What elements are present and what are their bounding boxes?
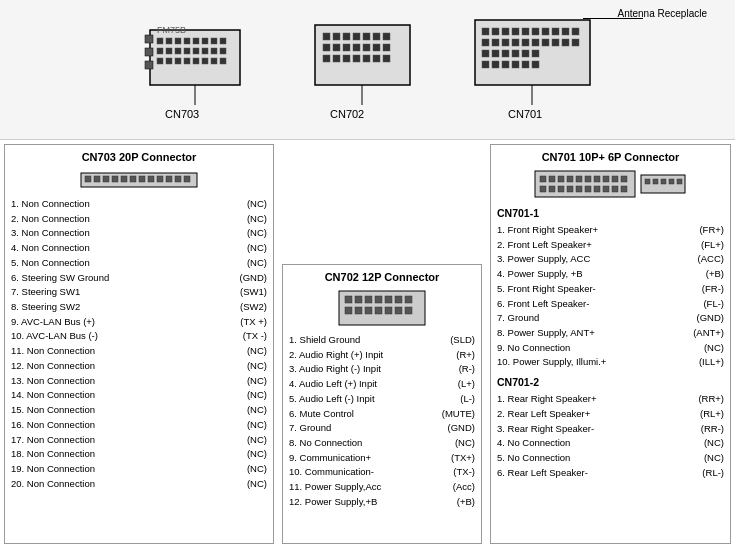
- svg-rect-96: [130, 176, 136, 182]
- svg-rect-24: [193, 58, 199, 64]
- svg-rect-41: [353, 44, 360, 51]
- svg-rect-69: [512, 39, 519, 46]
- svg-rect-60: [522, 28, 529, 35]
- svg-rect-46: [333, 55, 340, 62]
- list-item: 1. Shield Ground(SLD): [289, 333, 475, 348]
- svg-rect-32: [333, 33, 340, 40]
- svg-rect-43: [373, 44, 380, 51]
- list-item: 4. Non Connection(NC): [11, 241, 267, 256]
- svg-rect-111: [345, 307, 352, 314]
- list-item: 12. Power Supply,+B(+B): [289, 495, 475, 510]
- svg-rect-114: [375, 307, 382, 314]
- svg-rect-102: [184, 176, 190, 182]
- top-diagram: Antenna Receplacle: [0, 0, 735, 140]
- svg-rect-115: [385, 307, 392, 314]
- cn703-connector-icon: [11, 169, 267, 191]
- list-item: 15. Non Connection(NC): [11, 403, 267, 418]
- svg-rect-8: [193, 38, 199, 44]
- svg-rect-141: [653, 179, 658, 184]
- svg-rect-95: [121, 176, 127, 182]
- svg-text:FM75B: FM75B: [157, 25, 186, 35]
- cn702-connector-icon: [289, 289, 475, 327]
- svg-rect-23: [184, 58, 190, 64]
- svg-rect-119: [540, 176, 546, 182]
- svg-rect-125: [594, 176, 600, 182]
- svg-rect-127: [612, 176, 618, 182]
- list-item: 3. Non Connection(NC): [11, 226, 267, 241]
- list-item: 11. Non Connection(NC): [11, 344, 267, 359]
- svg-rect-1: [145, 35, 153, 43]
- cn703-icon-svg: [79, 169, 199, 191]
- list-item: 9. AVC-LAN Bus (+)(TX +): [11, 315, 267, 330]
- list-item: 8. Power Supply, ANT+(ANT+): [497, 326, 724, 341]
- list-item: 3. Audio Right (-) Inpit(R-): [289, 362, 475, 377]
- svg-rect-27: [220, 58, 226, 64]
- svg-rect-78: [502, 50, 509, 57]
- svg-rect-3: [145, 61, 153, 69]
- right-panel-title: CN701 10P+ 6P Connector: [497, 151, 724, 163]
- svg-rect-98: [148, 176, 154, 182]
- svg-rect-40: [343, 44, 350, 51]
- list-item: 2. Front Left Speaker+(FL+): [497, 238, 724, 253]
- svg-rect-31: [323, 33, 330, 40]
- svg-rect-42: [363, 44, 370, 51]
- svg-rect-97: [139, 176, 145, 182]
- svg-rect-20: [157, 58, 163, 64]
- list-item: 7. Steering SW1(SW1): [11, 285, 267, 300]
- svg-rect-92: [94, 176, 100, 182]
- list-item: 9. No Connection(NC): [497, 341, 724, 356]
- svg-rect-117: [405, 307, 412, 314]
- svg-rect-142: [661, 179, 666, 184]
- list-item: 8. Steering SW2(SW2): [11, 300, 267, 315]
- svg-rect-12: [157, 48, 163, 54]
- list-item: 6. Rear Left Speaker-(RL-): [497, 466, 724, 481]
- cn702-pin-list: 1. Shield Ground(SLD)2. Audio Right (+) …: [289, 333, 475, 510]
- svg-rect-100: [166, 176, 172, 182]
- svg-rect-26: [211, 58, 217, 64]
- svg-rect-91: [85, 176, 91, 182]
- svg-rect-110: [405, 296, 412, 303]
- svg-rect-51: [383, 55, 390, 62]
- middle-panel-cn702: CN702 12P Connector: [282, 264, 482, 544]
- svg-rect-136: [603, 186, 609, 192]
- list-item: 1. Non Connection(NC): [11, 197, 267, 212]
- svg-rect-14: [175, 48, 181, 54]
- list-item: 9. Communication+(TX+): [289, 451, 475, 466]
- svg-rect-18: [211, 48, 217, 54]
- cn701-icon-svg: [533, 169, 688, 199]
- list-item: 8. No Connection(NC): [289, 436, 475, 451]
- svg-rect-132: [567, 186, 573, 192]
- svg-rect-128: [621, 176, 627, 182]
- svg-rect-77: [492, 50, 499, 57]
- svg-rect-109: [395, 296, 402, 303]
- list-item: 4. Power Supply, +B(+B): [497, 267, 724, 282]
- list-item: 2. Audio Right (+) Inpit(R+): [289, 348, 475, 363]
- svg-rect-21: [166, 58, 172, 64]
- svg-rect-86: [522, 61, 529, 68]
- list-item: 5. Non Connection(NC): [11, 256, 267, 271]
- list-item: 5. No Connection(NC): [497, 451, 724, 466]
- main-content: CN703 20P Connector: [0, 140, 735, 548]
- svg-rect-130: [549, 186, 555, 192]
- svg-rect-39: [333, 44, 340, 51]
- list-item: 4. No Connection(NC): [497, 436, 724, 451]
- svg-rect-129: [540, 186, 546, 192]
- svg-rect-74: [562, 39, 569, 46]
- svg-rect-56: [482, 28, 489, 35]
- cn701-connector-icon: [497, 169, 724, 199]
- list-item: 14. Non Connection(NC): [11, 388, 267, 403]
- cn703-pin-list: 1. Non Connection(NC)2. Non Connection(N…: [11, 197, 267, 491]
- svg-rect-63: [552, 28, 559, 35]
- left-panel-title: CN703 20P Connector: [11, 151, 267, 163]
- list-item: 2. Non Connection(NC): [11, 212, 267, 227]
- svg-rect-6: [175, 38, 181, 44]
- right-panel-cn701: CN701 10P+ 6P Connector: [490, 144, 731, 544]
- svg-rect-35: [363, 33, 370, 40]
- list-item: 6. Mute Control(MUTE): [289, 407, 475, 422]
- svg-rect-137: [612, 186, 618, 192]
- svg-rect-71: [532, 39, 539, 46]
- svg-rect-81: [532, 50, 539, 57]
- svg-rect-106: [365, 296, 372, 303]
- svg-rect-104: [345, 296, 352, 303]
- svg-rect-67: [492, 39, 499, 46]
